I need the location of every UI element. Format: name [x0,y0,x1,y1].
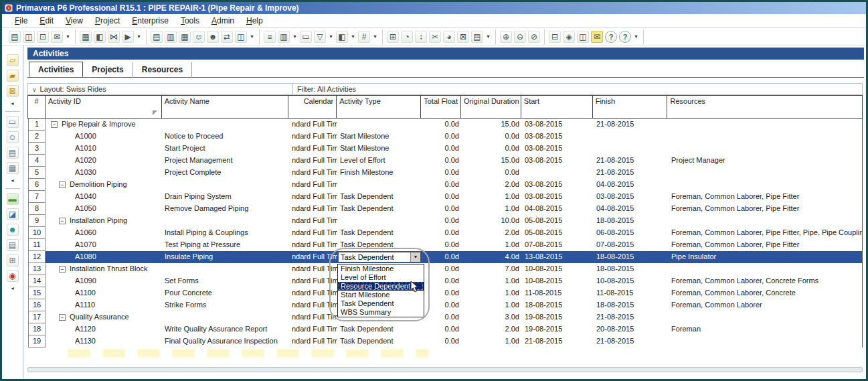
cell-start[interactable] [522,167,594,179]
cell-name[interactable]: Final Quality Assurance Inspection [162,335,289,348]
cell-name[interactable]: Set Forms [162,275,289,287]
menu-item-file[interactable]: File [9,15,33,27]
cell-start[interactable]: 21-08-2015 [522,335,594,348]
open-project-icon[interactable]: ▰ [7,70,19,82]
cell-od[interactable]: 1.0d [462,335,522,348]
print-icon[interactable]: ▤ [9,31,21,43]
cell-res[interactable] [669,179,862,191]
cell-cal[interactable]: ndard Full Time [289,287,337,299]
zoom-out-icon[interactable]: ⊖ [514,31,526,43]
cell-tf[interactable]: 0.0d [422,203,462,215]
cell-type[interactable] [337,119,422,131]
cell-n[interactable]: 1 [28,119,46,131]
activity-details-icon[interactable]: ⊞ [387,31,399,43]
cell-start[interactable]: 03-08-2015 [522,155,594,167]
cell-res[interactable]: Pipe Insulator [669,251,862,263]
cell-cal[interactable]: ndard Full Time [289,251,337,263]
cell-id[interactable]: A1110 [46,299,162,311]
cell-cal[interactable]: ndard Full Time [289,155,337,167]
trace-logic-icon[interactable]: ▶ [122,31,134,43]
spreadsheet-icon[interactable]: ▦ [80,31,92,43]
table-row[interactable]: 14A1090Set Formsndard Full Time0.0d1.0d1… [28,275,862,287]
zoom-fit-icon[interactable]: ⊘ [528,31,540,43]
dropdown-option[interactable]: Task Dependent [338,299,424,308]
cell-tf[interactable]: 0.0d [422,335,462,348]
cell-od[interactable]: 15.0d [462,155,522,167]
store-period-icon[interactable]: ⊠ [457,31,469,43]
table-row[interactable]: 15A1100Pour Concretendard Full Time0.0d1… [28,287,862,299]
comment-icon[interactable]: ✉ [591,31,603,43]
cell-n[interactable]: 10 [28,227,46,239]
cell-id[interactable]: −Pipe Repair & Improve [46,119,162,131]
cell-name[interactable]: Strike Forms [162,299,289,311]
roles-icon[interactable]: ☻ [207,31,219,43]
cell-tf[interactable]: 0.0d [422,179,462,191]
cell-start[interactable]: 03-08-2015 [522,119,594,131]
columns-icon[interactable]: ▥ [278,31,290,43]
cell-od[interactable]: 3.0d [462,311,522,323]
dropdown-caret-icon[interactable]: ▾ [328,31,334,43]
dropdown-caret-icon[interactable]: ▾ [136,31,142,43]
new-project-icon[interactable]: ▱ [7,54,19,66]
split-vertical-icon[interactable]: ◫ [577,31,589,43]
dropdown-caret-icon[interactable]: ▾ [350,31,356,43]
cell-tf[interactable]: 0.0d [422,275,462,287]
online-help-icon[interactable]: ? [619,31,631,43]
filter-selector[interactable]: Filter: All Activities [293,83,863,95]
activity-network-icon[interactable]: ⋈ [108,31,120,43]
update-progress-icon[interactable]: ◕ [443,31,455,43]
cell-finish[interactable]: 18-08-2015 [594,215,669,227]
expenses-icon[interactable]: ⊞ [7,254,19,266]
filter-icon[interactable]: ▽ [314,31,326,43]
cell-name[interactable]: Install Piping & Couplings [162,227,289,239]
cell-name[interactable] [162,215,289,227]
cell-n[interactable]: 19 [28,335,46,348]
cell-tf[interactable]: 0.0d [422,155,462,167]
cell-name[interactable] [162,311,289,323]
cell-start[interactable]: 05-08-2015 [522,227,594,239]
cell-res[interactable]: Foreman [669,323,862,335]
table-row[interactable]: 11A1070Test Piping at Pressurendard Full… [28,239,862,251]
cell-res[interactable]: Foreman, Common Laborer [669,299,862,311]
cell-id[interactable]: A1120 [46,323,162,335]
cell-n[interactable]: 12 [28,251,46,263]
table-row[interactable]: 13−Installation Thrust Blockndard Full T… [28,263,862,275]
cell-finish[interactable]: 07-08-2015 [594,239,669,251]
cell-id[interactable]: −Installation Piping [46,215,162,227]
dropdown-caret-icon[interactable]: ▾ [65,31,71,43]
cell-id[interactable]: −Demolition Piping [46,179,162,191]
cell-type[interactable]: Start Milestone [337,131,422,143]
cell-finish[interactable]: 06-08-2015 [594,227,669,239]
gantt-chart-icon[interactable]: ◧ [94,31,106,43]
cell-name[interactable]: Notice to Proceed [162,131,289,143]
cell-id[interactable]: A1130 [46,335,162,348]
cell-finish[interactable]: 18-08-2015 [594,263,669,275]
menu-item-edit[interactable]: Edit [33,15,60,27]
menu-item-help[interactable]: Help [240,15,269,27]
activity-type-combo[interactable]: Task Dependent▼ [338,252,421,262]
cell-od[interactable]: 0.0d [462,167,522,179]
cell-id[interactable]: −Installation Thrust Block [46,263,162,275]
cell-type[interactable] [337,179,422,191]
print-preview-icon[interactable]: ◫ [23,31,35,43]
menu-item-enterprise[interactable]: Enterprise [126,15,175,27]
horizontal-scrollbar[interactable] [27,367,863,372]
cell-start[interactable]: 03-08-2015 [522,131,594,143]
column-header-id[interactable]: Activity ID [46,96,162,118]
cell-res[interactable] [669,215,862,227]
zoom-in-icon[interactable]: ⊕ [500,31,512,43]
cell-od[interactable]: 0.0d [462,143,522,155]
cell-od[interactable]: 2.0d [462,179,522,191]
cell-name[interactable] [162,119,289,131]
cell-n[interactable]: 9 [28,215,46,227]
cell-tf[interactable]: 0.0d [422,227,462,239]
cell-id[interactable]: A1030 [46,167,162,179]
cell-name[interactable]: Write Quality Assurance Report [162,323,289,335]
cell-n[interactable]: 3 [28,143,46,155]
cell-name[interactable]: Remove Damaged Piping [162,203,289,215]
cell-cal[interactable]: ndard Full Time [289,167,337,179]
projects-view-icon[interactable]: ▭ [7,116,19,128]
cell-tf[interactable]: 0.0d [422,143,462,155]
cell-name[interactable]: Pour Concrete [162,287,289,299]
bars-icon[interactable]: ▭ [300,31,312,43]
